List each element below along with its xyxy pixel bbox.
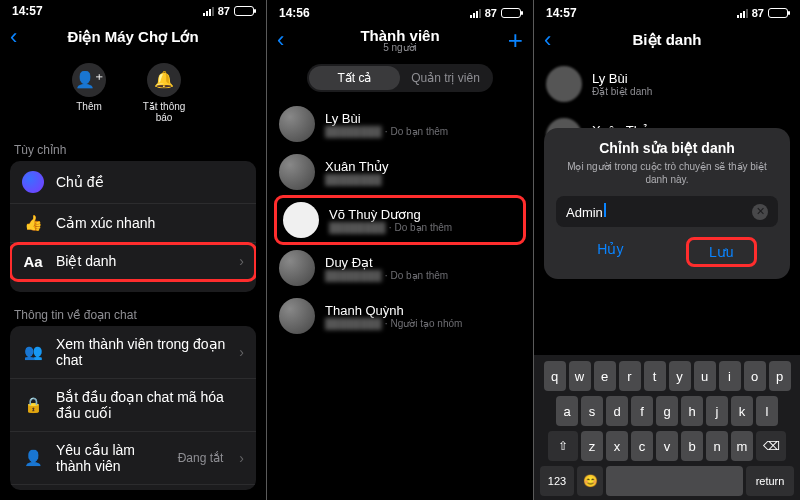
signal-icon <box>203 7 214 16</box>
key-w[interactable]: w <box>569 361 591 391</box>
avatar <box>279 250 315 286</box>
key-t[interactable]: t <box>644 361 666 391</box>
row-view-members[interactable]: 👥 Xem thành viên trong đoạn chat › <box>10 326 256 379</box>
back-button[interactable]: ‹ <box>277 27 297 53</box>
mute-button[interactable]: 🔔 Tắt thông báo <box>134 63 194 123</box>
row-invite-link[interactable]: 🔗 Liên kết mời Đang tắt › <box>10 485 256 490</box>
space-key[interactable] <box>606 466 743 496</box>
screen-edit-nickname: 14:57 87 ‹ Biệt danh Ly Bùi Đặt biệt dan… <box>534 0 800 500</box>
key-a[interactable]: a <box>556 396 578 426</box>
add-people-button[interactable]: 👤⁺ Thêm <box>72 63 106 123</box>
member-tabs: Tất cả Quản trị viên <box>307 64 493 92</box>
kb-row-3: ⇧ zxcvbnm ⌫ <box>537 431 797 461</box>
row-theme[interactable]: Chủ đề <box>10 161 256 204</box>
key-k[interactable]: k <box>731 396 753 426</box>
kb-row-4: 123 😊 return <box>537 466 797 496</box>
return-key[interactable]: return <box>746 466 794 496</box>
key-v[interactable]: v <box>656 431 678 461</box>
nav-bar: ‹ Thành viên 5 người + <box>267 22 533 58</box>
avatar <box>279 298 315 334</box>
avatar <box>283 202 319 238</box>
people-icon: 👥 <box>22 343 44 361</box>
chevron-right-icon: › <box>239 450 244 466</box>
status-bar: 14:57 87 <box>0 0 266 19</box>
emoji-key[interactable]: 😊 <box>577 466 603 496</box>
key-j[interactable]: j <box>706 396 728 426</box>
row-member-approval[interactable]: 👤 Yêu cầu làm thành viên Đang tắt › <box>10 432 256 485</box>
status-right: 87 <box>737 7 788 19</box>
cancel-button[interactable]: Hủy <box>577 237 643 267</box>
key-n[interactable]: n <box>706 431 728 461</box>
member-row[interactable]: Ly Bùi ████████ · Do bạn thêm <box>267 100 533 148</box>
sheet-buttons: Hủy Lưu <box>556 237 778 267</box>
status-bar: 14:57 87 <box>534 0 800 22</box>
key-y[interactable]: y <box>669 361 691 391</box>
row-nicknames[interactable]: Aa Biệt danh › <box>10 243 256 281</box>
back-button[interactable]: ‹ <box>10 24 30 50</box>
lock-icon: 🔒 <box>22 396 44 414</box>
member-row[interactable]: Thanh Quỳnh ████████ · Người tạo nhóm <box>267 292 533 340</box>
status-right: 87 <box>470 7 521 19</box>
aa-icon: Aa <box>22 253 44 270</box>
signal-icon <box>737 9 748 18</box>
sheet-title: Chỉnh sửa biệt danh <box>556 140 778 156</box>
member-row[interactable]: Xuân Thủy ████████ <box>267 148 533 196</box>
battery-icon <box>501 8 521 18</box>
numbers-key[interactable]: 123 <box>540 466 574 496</box>
delete-key[interactable]: ⌫ <box>756 431 786 461</box>
key-b[interactable]: b <box>681 431 703 461</box>
shift-key[interactable]: ⇧ <box>548 431 578 461</box>
keyboard: qwertyuiop asdfghjkl ⇧ zxcvbnm ⌫ 123 😊 r… <box>534 355 800 500</box>
status-bar: 14:56 87 <box>267 0 533 22</box>
battery-icon <box>234 6 254 16</box>
member-row-selected[interactable]: Võ Thuỳ Dương ████████ · Do bạn thêm <box>275 196 525 244</box>
tab-admins[interactable]: Quản trị viên <box>400 66 491 90</box>
row-quick-emoji[interactable]: 👍 Cảm xúc nhanh <box>10 204 256 243</box>
screen-chat-settings: 14:57 87 ‹ Điện Máy Chợ Lớn 👤⁺ Thêm 🔔 Tắ… <box>0 0 266 500</box>
nickname-row[interactable]: Ly Bùi Đặt biệt danh <box>534 58 800 110</box>
battery-pct: 87 <box>752 7 764 19</box>
key-g[interactable]: g <box>656 396 678 426</box>
row-e2e[interactable]: 🔒 Bắt đầu đoạn chat mã hóa đầu cuối <box>10 379 256 432</box>
member-row[interactable]: Duy Đạt ████████ · Do bạn thêm <box>267 244 533 292</box>
key-r[interactable]: r <box>619 361 641 391</box>
key-h[interactable]: h <box>681 396 703 426</box>
key-u[interactable]: u <box>694 361 716 391</box>
nickname-input[interactable]: Admin ✕ <box>556 196 778 227</box>
status-right: 87 <box>203 5 254 17</box>
add-member-button[interactable]: + <box>503 25 523 56</box>
page-title: Biệt danh <box>564 31 770 49</box>
avatar <box>279 106 315 142</box>
key-z[interactable]: z <box>581 431 603 461</box>
key-x[interactable]: x <box>606 431 628 461</box>
kb-row-2: asdfghjkl <box>537 396 797 426</box>
chevron-right-icon: › <box>239 344 244 360</box>
key-d[interactable]: d <box>606 396 628 426</box>
key-m[interactable]: m <box>731 431 753 461</box>
back-button[interactable]: ‹ <box>544 27 564 53</box>
chat-info-list: 👥 Xem thành viên trong đoạn chat › 🔒 Bắt… <box>10 326 256 490</box>
key-f[interactable]: f <box>631 396 653 426</box>
avatar <box>279 154 315 190</box>
key-s[interactable]: s <box>581 396 603 426</box>
theme-icon <box>22 171 44 193</box>
kb-row-1: qwertyuiop <box>537 361 797 391</box>
key-e[interactable]: e <box>594 361 616 391</box>
tab-all[interactable]: Tất cả <box>309 66 400 90</box>
key-p[interactable]: p <box>769 361 791 391</box>
status-time: 14:57 <box>12 4 43 18</box>
person-check-icon: 👤 <box>22 449 44 467</box>
row-word-effects[interactable]: ✦ Hiệu ứng từ ngữ <box>10 281 256 292</box>
sparkle-icon: ✦ <box>22 291 44 292</box>
chevron-right-icon: › <box>239 253 244 269</box>
clear-input-button[interactable]: ✕ <box>752 204 768 220</box>
save-button[interactable]: Lưu <box>686 237 757 267</box>
key-c[interactable]: c <box>631 431 653 461</box>
key-q[interactable]: q <box>544 361 566 391</box>
customize-list: Chủ đề 👍 Cảm xúc nhanh Aa Biệt danh › ✦ … <box>10 161 256 292</box>
key-l[interactable]: l <box>756 396 778 426</box>
battery-icon <box>768 8 788 18</box>
key-i[interactable]: i <box>719 361 741 391</box>
status-time: 14:57 <box>546 6 577 20</box>
key-o[interactable]: o <box>744 361 766 391</box>
